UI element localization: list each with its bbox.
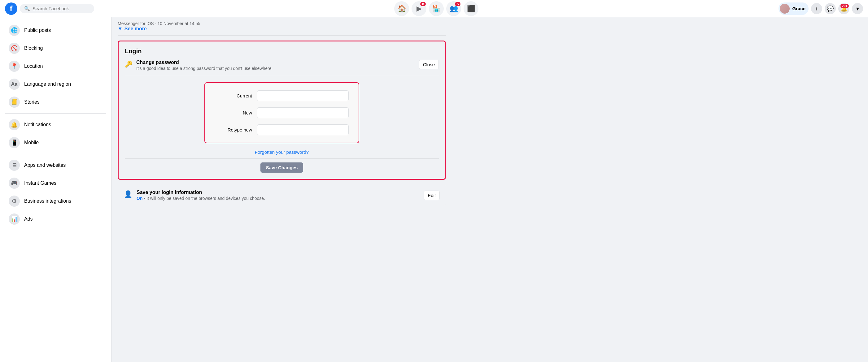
new-password-row: New <box>215 107 349 118</box>
see-more-section: Messenger for iOS · 10 November at 14:55… <box>118 17 446 36</box>
sidebar-item-business[interactable]: ⚙ Business integrations <box>2 192 109 210</box>
video-button[interactable]: ▶ 8 <box>411 1 426 16</box>
save-login-text: Save your login information On • It will… <box>136 190 265 201</box>
new-password-input[interactable] <box>257 107 349 118</box>
marketplace-button[interactable]: 🏪 <box>429 1 444 16</box>
sidebar-item-stories[interactable]: 📒 Stories <box>2 93 109 111</box>
change-password-row: 🔑 Change password It's a good idea to us… <box>125 60 439 76</box>
key-icon: 🔑 <box>125 60 132 68</box>
sidebar-label-mobile: Mobile <box>24 140 39 145</box>
save-login-section: 👤 Save your login information On • It wi… <box>118 185 446 206</box>
sidebar-item-language[interactable]: Aa Language and region <box>2 75 109 93</box>
search-input[interactable] <box>32 6 90 11</box>
change-password-title: Change password <box>136 60 272 65</box>
sidebar-label-business: Business integrations <box>24 198 71 204</box>
marketplace-icon: 🏪 <box>432 5 441 13</box>
gaming-button[interactable]: ⬛ <box>464 1 478 16</box>
save-changes-button[interactable]: Save Changes <box>260 162 304 173</box>
facebook-logo[interactable]: f <box>5 2 17 15</box>
home-button[interactable]: 🏠 <box>394 1 409 16</box>
sidebar-label-public-posts: Public posts <box>24 28 51 33</box>
groups-badge: 5 <box>455 2 461 6</box>
notifications-badge: 20+ <box>840 4 849 8</box>
topnav-left: f 🔍 <box>5 2 94 15</box>
chevron-down-icon: ▾ <box>856 5 859 12</box>
location-icon: 📍 <box>9 61 20 72</box>
save-login-subtitle: On • It will only be saved on the browse… <box>136 196 265 201</box>
ads-icon: 📊 <box>9 213 20 225</box>
current-password-row: Current <box>215 90 349 101</box>
current-password-label: Current <box>215 93 252 98</box>
change-password-subtitle: It's a good idea to use a strong passwor… <box>136 66 272 71</box>
save-login-description: • It will only be saved on the browsers … <box>144 196 265 201</box>
video-badge: 8 <box>420 2 426 6</box>
sidebar-item-notifications[interactable]: 🔔 Notifications <box>2 116 109 133</box>
add-button[interactable]: ＋ <box>811 3 822 14</box>
user-profile-button[interactable]: Grace <box>778 2 809 15</box>
language-icon: Aa <box>9 78 20 90</box>
sidebar-label-notifications: Notifications <box>24 122 51 128</box>
password-form: Current New Retype new <box>205 82 359 143</box>
current-password-input[interactable] <box>257 90 349 101</box>
avatar <box>780 4 789 13</box>
chevron-down-icon: ▼ <box>118 26 123 32</box>
form-divider <box>125 158 439 159</box>
instant-games-icon: 🎮 <box>9 177 20 189</box>
messenger-icon: 💬 <box>827 5 834 12</box>
topnav-center: 🏠 ▶ 8 🏪 👥 5 ⬛ <box>97 1 776 16</box>
see-more-button[interactable]: ▼ See more <box>118 26 147 32</box>
top-navigation: f 🔍 🏠 ▶ 8 🏪 👥 5 ⬛ Grace <box>0 0 868 17</box>
sidebar-label-apps: Apps and websites <box>24 162 66 168</box>
notifications-button[interactable]: 🔔 20+ <box>838 3 849 14</box>
sidebar-item-instant-games[interactable]: 🎮 Instant Games <box>2 174 109 192</box>
sidebar-label-language: Language and region <box>24 81 71 87</box>
gaming-icon: ⬛ <box>467 5 475 13</box>
business-icon: ⚙ <box>9 196 20 207</box>
save-login-title: Save your login information <box>136 190 265 195</box>
sidebar-item-mobile[interactable]: 📱 Mobile <box>2 134 109 151</box>
sidebar-label-instant-games: Instant Games <box>24 180 56 186</box>
messenger-preview-text: Messenger for iOS · 10 November at 14:55 <box>118 21 200 26</box>
sidebar-item-blocking[interactable]: 🚫 Blocking <box>2 40 109 57</box>
see-more-label: See more <box>124 26 147 32</box>
mobile-icon: 📱 <box>9 137 20 148</box>
sidebar-label-location: Location <box>24 63 43 69</box>
new-password-label: New <box>215 110 252 116</box>
search-icon: 🔍 <box>24 6 30 11</box>
blocking-icon: 🚫 <box>9 43 20 54</box>
edit-button[interactable]: Edit <box>424 191 440 200</box>
change-password-text: Change password It's a good idea to use … <box>136 60 272 71</box>
sidebar-item-apps[interactable]: 🖥 Apps and websites <box>2 157 109 174</box>
sidebar: 🌐 Public posts 🚫 Blocking 📍 Location Aa … <box>0 17 112 362</box>
account-menu-button[interactable]: ▾ <box>852 3 863 14</box>
close-button[interactable]: Close <box>419 60 439 69</box>
login-title: Login <box>125 47 439 55</box>
main-content: Messenger for iOS · 10 November at 14:55… <box>112 17 452 362</box>
user-name-label: Grace <box>792 6 805 11</box>
sidebar-label-stories: Stories <box>24 99 40 105</box>
messenger-button[interactable]: 💬 <box>825 3 836 14</box>
plus-icon: ＋ <box>814 5 819 12</box>
sidebar-item-public-posts[interactable]: 🌐 Public posts <box>2 22 109 39</box>
save-login-left: 👤 Save your login information On • It wi… <box>124 190 265 201</box>
retype-password-row: Retype new <box>215 124 349 135</box>
sidebar-label-blocking: Blocking <box>24 45 43 51</box>
apps-icon: 🖥 <box>9 160 20 171</box>
groups-button[interactable]: 👥 5 <box>446 1 461 16</box>
forgotten-password-link[interactable]: Forgotten your password? <box>125 150 439 155</box>
page-layout: 🌐 Public posts 🚫 Blocking 📍 Location Aa … <box>0 17 868 362</box>
save-login-status: On <box>136 196 143 201</box>
search-bar[interactable]: 🔍 <box>20 4 94 13</box>
notifications-sidebar-icon: 🔔 <box>9 119 20 130</box>
home-icon: 🏠 <box>398 5 406 13</box>
sidebar-divider-1 <box>5 113 106 113</box>
retype-password-input[interactable] <box>257 124 349 135</box>
public-posts-icon: 🌐 <box>9 25 20 36</box>
stories-icon: 📒 <box>9 97 20 108</box>
sidebar-item-location[interactable]: 📍 Location <box>2 58 109 75</box>
change-password-info: 🔑 Change password It's a good idea to us… <box>125 60 272 71</box>
sidebar-label-ads: Ads <box>24 216 33 222</box>
person-icon: 👤 <box>124 190 132 198</box>
sidebar-divider-2 <box>5 154 106 154</box>
sidebar-item-ads[interactable]: 📊 Ads <box>2 210 109 228</box>
